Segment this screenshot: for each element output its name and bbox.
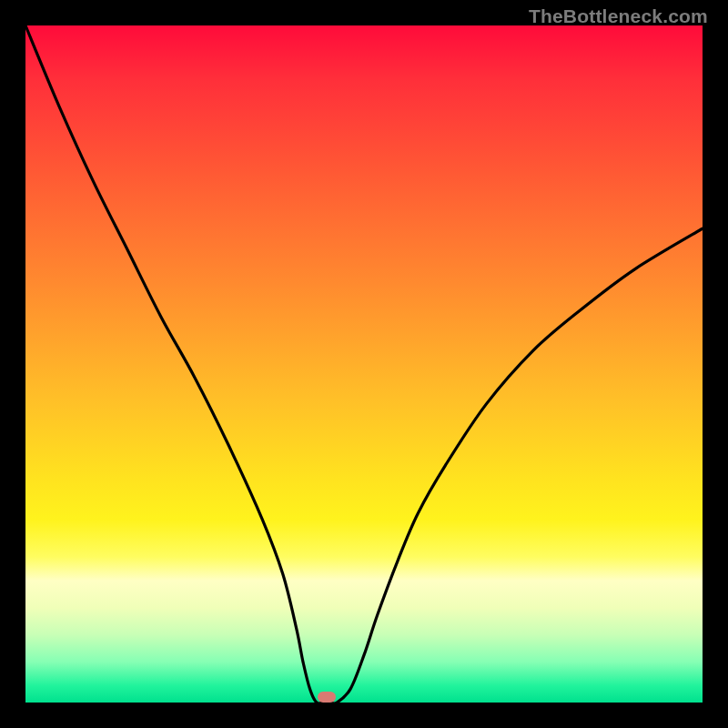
bottleneck-curve	[25, 25, 703, 703]
minimum-marker	[318, 692, 336, 703]
watermark-text: TheBottleneck.com	[529, 5, 708, 27]
chart-frame: TheBottleneck.com	[0, 0, 728, 728]
plot-area	[25, 25, 703, 703]
